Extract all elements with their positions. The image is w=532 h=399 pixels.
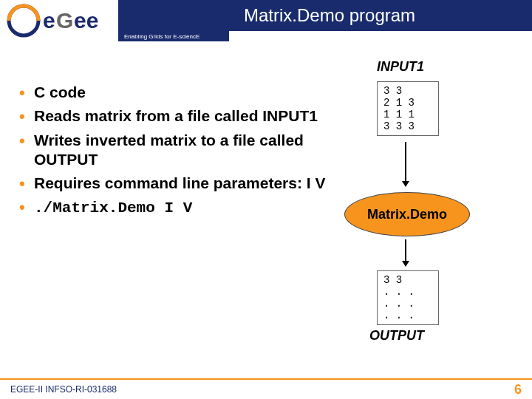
bullet-list: C code Reads matrix from a file called I… [19,83,330,223]
page-number: 6 [514,382,522,398]
bullet-item: Reads matrix from a file called INPUT1 [19,106,330,126]
tagline: Enabling Grids for E-sciencE [124,33,200,40]
egee-logo: e G ee [6,3,117,38]
header: e G ee Matrix.Demo program Enabling Grid… [0,0,532,47]
tagline-bar: Enabling Grids for E-sciencE [118,31,229,41]
bullet-text: Writes inverted matrix to a file called … [34,132,304,168]
footer: EGEE-II INFSO-RI-031688 6 [0,378,532,399]
process-oval: Matrix.Demo [344,192,470,236]
oval-label: Matrix.Demo [367,207,447,222]
content: INPUT1 C code Reads matrix from a file c… [0,47,532,377]
bullet-text: C code [34,83,86,100]
bullet-item: Requires command line parameters: I V [19,174,330,193]
page-title: Matrix.Demo program [244,5,415,26]
output-label: OUTPUT [369,328,424,344]
svg-text:G: G [56,8,73,33]
bullet-item: C code [19,83,330,102]
footer-reference: EGEE-II INFSO-RI-031688 [10,384,117,395]
arrow-icon [405,142,406,186]
bullet-item: ./Matrix.Demo I V [19,197,330,218]
bullet-item: Writes inverted matrix to a file called … [19,131,330,170]
bullet-text: Requires command line parameters: I V [34,174,325,191]
title-bar: Matrix.Demo program [118,0,532,31]
svg-text:e: e [43,8,55,33]
input-label: INPUT1 [377,59,424,75]
svg-text:ee: ee [74,8,98,33]
input-box: 3 3 2 1 3 1 1 1 3 3 3 [377,81,439,136]
output-box: 3 3 . . . . . . . . . [377,270,439,325]
arrow-icon [405,239,406,266]
bullet-text: Reads matrix from a file called INPUT1 [34,107,318,124]
bullet-text: ./Matrix.Demo I V [34,200,192,216]
